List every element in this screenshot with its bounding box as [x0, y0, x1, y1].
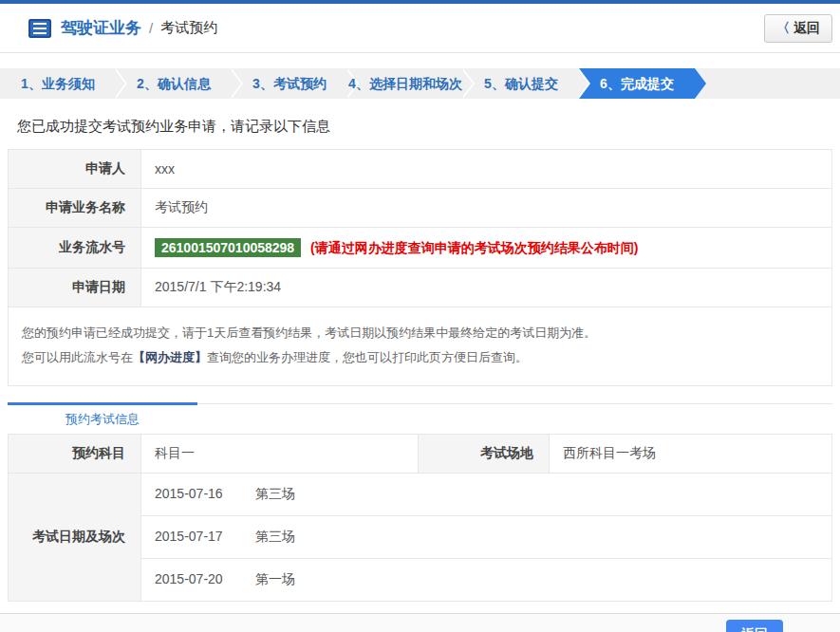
breadcrumb: 驾驶证业务 / 考试预约 [28, 17, 217, 39]
footer-bar: 返回 [0, 613, 840, 632]
subject-value: 科目一 [141, 435, 419, 474]
back-button-bottom[interactable]: 返回 [726, 620, 783, 632]
step-5-confirm-submit: 5、确认提交 [463, 68, 579, 99]
footer-gap [0, 602, 840, 613]
serial-label: 业务流水号 [9, 228, 141, 269]
business-name-label: 申请业务名称 [9, 189, 141, 228]
session-row-3: 2015-07-20第一场 [141, 559, 832, 602]
session-row-2: 2015-07-17第三场 [141, 516, 832, 559]
applicant-value: xxx [141, 150, 832, 189]
table-row: 业务流水号 261001507010058298 (请通过网办进度查询申请的考试… [9, 228, 832, 269]
license-card-icon [28, 19, 51, 38]
breadcrumb-section[interactable]: 驾驶证业务 [61, 17, 141, 39]
apply-date-label: 申请日期 [9, 269, 141, 307]
apply-date-value: 2015/7/1 下午2:19:34 [141, 269, 832, 307]
progress-query-link[interactable]: 【网办进度】 [133, 350, 207, 364]
applicant-label: 申请人 [9, 150, 141, 189]
table-row: 申请业务名称 考试预约 [9, 189, 832, 228]
serial-note: (请通过网办进度查询申请的考试场次预约结果公布时间) [310, 240, 638, 255]
breadcrumb-separator: / [149, 20, 153, 36]
chevron-left-icon: 〈 [776, 20, 790, 37]
schedule-label: 考试日期及场次 [9, 474, 141, 602]
table-row: 预约科目 科目一 考试场地 西所科目一考场 [9, 435, 832, 474]
tab-booking-info[interactable]: 预约考试信息 [8, 404, 197, 435]
back-button-top-label: 返回 [793, 20, 820, 37]
note-line-2: 您可以用此流水号在【网办进度】查询您的业务办理进度，您也可以打印此页方便日后查询… [22, 345, 818, 370]
business-name-value: 考试预约 [141, 189, 832, 228]
table-row: 申请人 xxx [9, 150, 832, 189]
back-button-top[interactable]: 〈 返回 [764, 14, 832, 43]
application-info-table: 申请人 xxx 申请业务名称 考试预约 业务流水号 26100150701005… [8, 149, 832, 386]
subject-label: 预约科目 [9, 435, 141, 474]
session-row-1: 2015-07-16第三场 [141, 474, 832, 516]
serial-number-badge: 261001507010058298 [155, 238, 301, 257]
step-2-confirm-info: 2、确认信息 [116, 68, 232, 99]
venue-label: 考试场地 [419, 435, 550, 474]
table-row: 考试日期及场次 2015-07-16第三场 [9, 474, 832, 516]
booking-info-table: 预约科目 科目一 考试场地 西所科目一考场 考试日期及场次 2015-07-16… [8, 434, 832, 602]
step-3-exam-booking: 3、考试预约 [232, 68, 347, 99]
booking-tab-bar: 预约考试信息 [8, 403, 832, 434]
steps-bar: 1、业务须知 2、确认信息 3、考试预约 4、选择日期和场次 5、确认提交 6、… [0, 68, 840, 99]
breadcrumb-current: 考试预约 [160, 19, 217, 37]
notes-block: 您的预约申请已经成功提交，请于1天后查看预约结果，考试日期以预约结果中最终给定的… [9, 307, 832, 386]
serial-cell: 261001507010058298 (请通过网办进度查询申请的考试场次预约结果… [141, 228, 832, 269]
main-content: 您已成功提交考试预约业务申请，请记录以下信息 申请人 xxx 申请业务名称 考试… [0, 118, 840, 602]
step-6-submit-complete: 6、完成提交 [579, 68, 695, 99]
page-root: 驾驶证业务 / 考试预约 〈 返回 1、业务须知 2、确认信息 3、考试预约 4… [0, 0, 840, 632]
page-header: 驾驶证业务 / 考试预约 〈 返回 [0, 4, 840, 53]
table-row: 申请日期 2015/7/1 下午2:19:34 [9, 269, 832, 307]
step-1-business-notice: 1、业务须知 [0, 68, 116, 99]
success-message: 您已成功提交考试预约业务申请，请记录以下信息 [17, 118, 823, 136]
note-line-1: 您的预约申请已经成功提交，请于1天后查看预约结果，考试日期以预约结果中最终给定的… [22, 321, 818, 345]
step-4-select-date: 4、选择日期和场次 [347, 68, 463, 99]
table-row: 您的预约申请已经成功提交，请于1天后查看预约结果，考试日期以预约结果中最终给定的… [9, 307, 832, 386]
venue-value: 西所科目一考场 [550, 435, 832, 474]
